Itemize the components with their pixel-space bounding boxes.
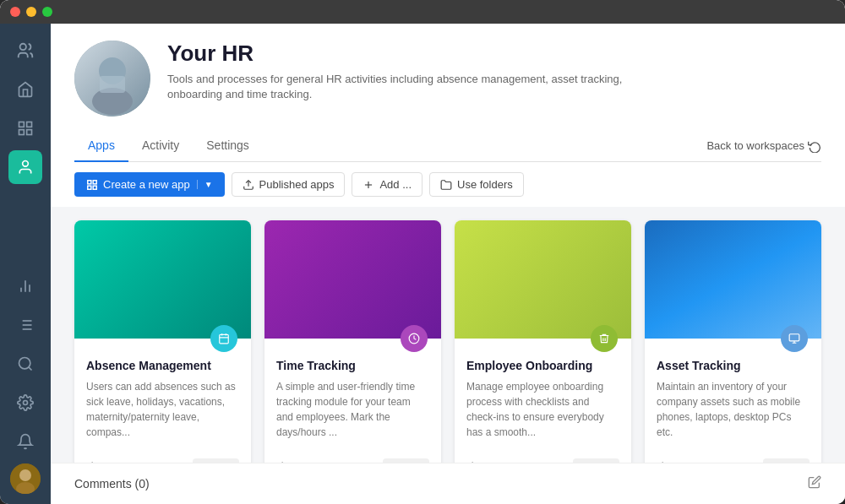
badge-time — [401, 325, 428, 352]
svg-rect-4 — [27, 130, 32, 135]
svg-rect-1 — [19, 122, 25, 127]
card-asset-tracking: Asset Tracking Maintain an inventory of … — [645, 220, 821, 463]
app-window: Your HR Tools and processes for general … — [0, 0, 845, 504]
sidebar-users-icon[interactable] — [8, 34, 42, 68]
svg-rect-25 — [88, 180, 91, 183]
avatar[interactable] — [10, 463, 41, 494]
svg-point-15 — [19, 358, 30, 369]
minimize-dot[interactable] — [26, 7, 36, 17]
maximize-dot[interactable] — [42, 7, 52, 17]
comments-edit-icon[interactable] — [808, 475, 821, 492]
cards-grid: Absence Management Users can add absence… — [74, 220, 821, 463]
header: Your HR Tools and processes for general … — [51, 24, 845, 162]
tab-apps[interactable]: Apps — [74, 130, 128, 162]
sidebar-person-icon[interactable] — [8, 150, 42, 184]
card-body-time: Time Tracking A simple and user-friendly… — [264, 339, 441, 452]
svg-rect-32 — [220, 334, 229, 344]
svg-rect-24 — [100, 76, 125, 93]
card-title-time: Time Tracking — [276, 359, 429, 372]
use-folders-button[interactable]: Use folders — [429, 172, 524, 197]
card-desc-time: A simple and user-friendly time tracking… — [276, 379, 429, 440]
clock-icon — [408, 333, 420, 344]
trash-icon — [598, 333, 610, 344]
badge-onboarding — [591, 325, 618, 352]
svg-point-0 — [20, 44, 26, 50]
card-time-tracking: Time Tracking A simple and user-friendly… — [264, 220, 441, 463]
back-to-workspaces-link[interactable]: Back to workspaces — [706, 139, 821, 153]
card-image-onboarding — [455, 220, 631, 339]
card-employee-onboarding: Employee Onboarding Manage employee onbo… — [455, 220, 631, 463]
add-button[interactable]: Add ... — [352, 172, 422, 197]
card-title-absence: Absence Management — [86, 359, 239, 372]
svg-rect-2 — [27, 122, 32, 127]
card-body-onboarding: Employee Onboarding Manage employee onbo… — [455, 339, 631, 452]
card-image-time — [264, 220, 441, 339]
card-desc-absence: Users can add absences such as sick leav… — [86, 379, 239, 440]
svg-line-16 — [29, 367, 32, 371]
sidebar-chart-icon[interactable] — [8, 269, 42, 303]
card-desc-onboarding: Manage employee onboarding process with … — [466, 379, 619, 440]
sidebar-grid-icon[interactable] — [8, 111, 42, 145]
card-footer-time: ⚙ Owner — [264, 452, 441, 463]
svg-rect-37 — [789, 334, 799, 341]
card-absence-management: Absence Management Users can add absence… — [74, 220, 251, 463]
card-body-absence: Absence Management Users can add absence… — [74, 339, 251, 452]
add-icon — [363, 179, 374, 191]
comments-bar: Comments (0) — [51, 463, 845, 504]
comments-label: Comments (0) — [74, 477, 150, 490]
workspace-title: Your HR — [167, 41, 674, 67]
sidebar-home-icon[interactable] — [8, 73, 42, 106]
sidebar-bell-icon[interactable] — [8, 425, 42, 458]
sidebar-list-icon[interactable] — [8, 308, 42, 342]
cards-area: Absence Management Users can add absence… — [51, 207, 845, 463]
badge-absence — [210, 325, 237, 352]
svg-point-17 — [24, 401, 28, 405]
svg-point-5 — [23, 161, 29, 167]
workspace-avatar — [74, 41, 150, 117]
main-content: Your HR Tools and processes for general … — [51, 24, 845, 504]
svg-rect-26 — [93, 180, 96, 183]
title-bar — [0, 0, 845, 24]
card-title-asset: Asset Tracking — [657, 359, 810, 372]
folder-icon — [440, 179, 452, 191]
published-icon — [243, 179, 254, 191]
card-image-asset — [645, 220, 821, 339]
monitor-icon — [788, 333, 800, 344]
svg-rect-3 — [19, 130, 25, 135]
toolbar: Create a new app ▼ Published apps Add ..… — [51, 162, 845, 207]
tab-activity[interactable]: Activity — [128, 130, 193, 162]
card-body-asset: Asset Tracking Maintain an inventory of … — [645, 339, 821, 452]
badge-asset — [781, 325, 808, 352]
svg-rect-27 — [88, 186, 91, 189]
card-desc-asset: Maintain an inventory of your company as… — [657, 379, 810, 440]
card-image-absence — [74, 220, 251, 339]
create-new-app-button[interactable]: Create a new app ▼ — [74, 172, 225, 197]
create-icon — [86, 179, 98, 191]
card-footer-asset: ⚙ Owner — [645, 452, 821, 463]
close-dot[interactable] — [10, 7, 20, 17]
published-apps-button[interactable]: Published apps — [232, 172, 346, 197]
sidebar — [0, 24, 51, 504]
card-title-onboarding: Employee Onboarding — [466, 359, 619, 372]
card-footer-absence: ⚙ Owner — [74, 452, 251, 463]
workspace-description: Tools and processes for general HR activ… — [167, 72, 674, 102]
tab-settings[interactable]: Settings — [193, 130, 263, 162]
sidebar-search-icon[interactable] — [8, 347, 42, 381]
svg-rect-28 — [93, 186, 96, 189]
create-dropdown-arrow[interactable]: ▼ — [197, 180, 213, 189]
tabs-bar: Apps Activity Settings Back to workspace… — [74, 130, 821, 162]
workspace-info: Your HR Tools and processes for general … — [167, 41, 674, 102]
card-footer-onboarding: ⚙ Owner — [455, 452, 631, 463]
sidebar-settings-icon[interactable] — [8, 386, 42, 420]
calendar-icon — [218, 333, 230, 344]
svg-point-19 — [19, 469, 31, 481]
